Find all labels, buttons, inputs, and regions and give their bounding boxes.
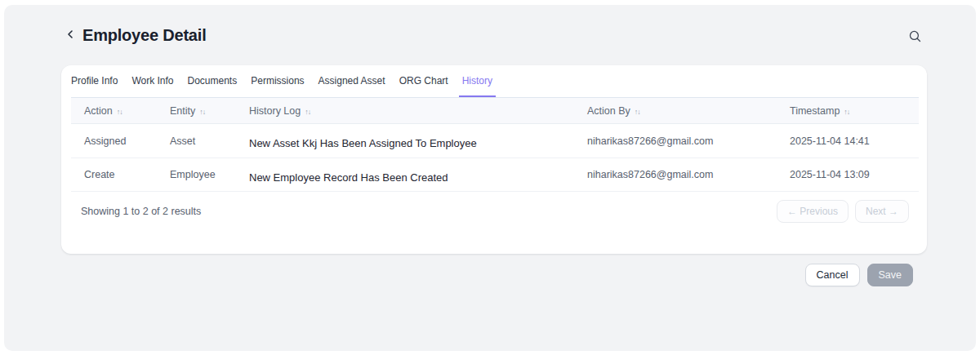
sort-icon[interactable]: ↑↓	[199, 108, 205, 116]
history-table: Action↑↓ Entity↑↓ History Log↑↓ Action B…	[71, 97, 919, 192]
cell-history-log: New Asset Kkj Has Been Assigned To Emplo…	[249, 135, 587, 147]
column-header-action-by[interactable]: Action By↑↓	[587, 105, 790, 117]
table-row: Assigned Asset New Asset Kkj Has Been As…	[71, 124, 919, 158]
cell-action-by: niharikas87266@gmail.com	[587, 169, 790, 180]
back-button[interactable]	[63, 29, 78, 43]
tab-profile-info[interactable]: Profile Info	[68, 65, 121, 97]
sort-icon[interactable]: ↑↓	[635, 108, 640, 116]
column-header-entity[interactable]: Entity↑↓	[170, 105, 249, 117]
tab-history[interactable]: History	[459, 65, 496, 97]
search-icon[interactable]	[907, 29, 922, 43]
column-header-timestamp[interactable]: Timestamp↑↓	[790, 105, 919, 117]
table-header-row: Action↑↓ Entity↑↓ History Log↑↓ Action B…	[71, 97, 919, 124]
tab-org-chart[interactable]: ORG Chart	[396, 65, 452, 97]
pagination: ← Previous Next →	[777, 200, 909, 223]
tab-documents[interactable]: Documents	[185, 65, 241, 97]
cell-entity: Employee	[170, 169, 249, 180]
cell-entity: Asset	[170, 135, 249, 147]
next-button[interactable]: Next →	[855, 200, 909, 223]
cancel-button[interactable]: Cancel	[805, 264, 860, 286]
previous-button[interactable]: ← Previous	[777, 200, 849, 223]
form-actions: Cancel Save	[4, 264, 913, 286]
tab-work-info[interactable]: Work Info	[128, 65, 176, 97]
tab-assigned-asset[interactable]: Assigned Asset	[315, 65, 389, 97]
tab-bar: Profile Info Work Info Documents Permiss…	[61, 65, 927, 97]
cell-timestamp: 2025-11-04 13:09	[790, 169, 919, 180]
save-button[interactable]: Save	[867, 264, 914, 286]
cell-action-by: niharikas87266@gmail.com	[587, 135, 790, 147]
column-header-action[interactable]: Action↑↓	[71, 105, 170, 117]
sort-icon[interactable]: ↑↓	[117, 108, 122, 116]
content-panel: Employee Detail Profile Info Work Info D…	[4, 5, 976, 351]
sort-icon[interactable]: ↑↓	[305, 108, 310, 116]
tab-permissions[interactable]: Permissions	[247, 65, 307, 97]
chevron-left-icon	[64, 28, 77, 44]
page: Employee Detail Profile Info Work Info D…	[0, 0, 980, 355]
results-count: Showing 1 to 2 of 2 results	[81, 206, 201, 217]
employee-detail-card: Profile Info Work Info Documents Permiss…	[61, 65, 927, 254]
cell-action: Create	[71, 169, 170, 180]
cell-action: Assigned	[71, 135, 170, 147]
sort-icon[interactable]: ↑↓	[844, 108, 849, 116]
table-row: Create Employee New Employee Record Has …	[71, 158, 919, 192]
column-header-history-log[interactable]: History Log↑↓	[249, 105, 587, 117]
cell-history-log: New Employee Record Has Been Created	[249, 169, 587, 181]
page-title: Employee Detail	[82, 26, 207, 45]
cell-timestamp: 2025-11-04 14:41	[790, 135, 919, 147]
table-footer: Showing 1 to 2 of 2 results ← Previous N…	[81, 200, 909, 223]
